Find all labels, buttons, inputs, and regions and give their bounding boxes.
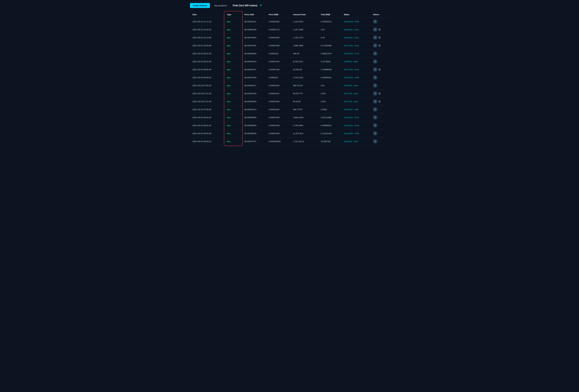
cell-date: 2021-06-25 10:05:08 (190, 42, 224, 50)
cell-maker[interactable]: 0x8f9f60...6d6e (342, 58, 371, 65)
cell-total-bnb: 16.935728 (318, 137, 342, 145)
cell-maker[interactable]: 0xab7d4e...a5ab (342, 122, 371, 130)
cell-total-bnb: 0.11295988 (318, 42, 342, 50)
chart-icon[interactable] (373, 59, 377, 64)
cell-amount-floki: 7,068.4898 (290, 42, 318, 50)
cell-total-bnb: 0.001 (318, 98, 342, 106)
cell-date: 2021-06-25 07:01:08 (190, 98, 224, 106)
others-badge: 2 (378, 36, 381, 39)
cell-total-bnb: 0.00612079 (318, 50, 342, 58)
cell-maker[interactable]: 0xec7562...8e1b (342, 65, 371, 73)
cell-price-bnb: 0.00001039 (266, 114, 290, 122)
cell-others[interactable]: 2 (371, 34, 389, 41)
cell-others[interactable] (371, 58, 389, 65)
col-price-bnb[interactable]: Price BNB ↕ (266, 12, 290, 18)
cell-maker[interactable]: 0xeed053...f48d (342, 106, 371, 114)
cell-maker[interactable]: 0x0e3238...4714 (342, 50, 371, 58)
cell-type: buy (224, 137, 242, 145)
cell-price-usd: $0.00299683 (242, 122, 266, 130)
cell-date: 2021-06-25 06:01:41 (190, 122, 224, 130)
cell-maker[interactable]: 0x8cbdcb...e25d (342, 26, 371, 34)
col-total-bnb[interactable]: Total BNB ↕ (318, 12, 342, 18)
cell-others[interactable] (371, 137, 389, 145)
chart-icon[interactable] (373, 131, 377, 135)
table-row: 2021-06-25 10:16:32buy$0.004841890.00001… (190, 26, 389, 34)
chart-icon[interactable] (373, 67, 377, 71)
cell-type: buy (224, 18, 242, 26)
cell-maker[interactable]: 0x910e33...35c9 (342, 114, 371, 122)
cell-price-usd: $0.00296348 (242, 130, 266, 137)
cell-amount-floki: 8,794.2527 (290, 58, 318, 65)
cell-type: buy (224, 58, 242, 65)
cell-others[interactable] (371, 114, 389, 121)
chart-icon[interactable] (373, 75, 377, 80)
cell-amount-floki: 95.6139 (290, 98, 318, 106)
cell-price-usd: $0.00300038 (242, 114, 266, 122)
cell-maker[interactable]: 0x8fab90...fb76 (342, 137, 371, 145)
cell-amount-floki: 1,753,101.8 (290, 137, 318, 145)
cell-type: buy (224, 130, 242, 137)
cell-date: 2021-06-25 07:00:50 (190, 106, 224, 114)
cell-price-usd: $0.00524521 (242, 18, 266, 26)
cell-amount-floki: 20,000.00 (290, 65, 318, 73)
chart-icon[interactable] (373, 43, 377, 48)
cell-others[interactable] (371, 50, 389, 58)
cell-price-usd: $0.00307493 (242, 73, 266, 81)
cell-type: buy (224, 73, 242, 81)
cell-type: buy (224, 114, 242, 122)
cell-amount-floki: 400.00 (290, 50, 318, 58)
col-date[interactable]: Date ↓ (190, 12, 224, 18)
cell-maker[interactable]: 0x50e532...de66 (342, 73, 371, 81)
chart-icon[interactable] (373, 115, 377, 120)
chart-icon[interactable] (373, 51, 377, 56)
cell-maker[interactable]: 0xec7562...8e1b (342, 42, 371, 50)
cell-amount-floki: 1,167.4046 (290, 26, 318, 34)
cell-maker[interactable]: 0x064338...9d5e (342, 18, 371, 26)
chart-icon[interactable] (373, 27, 377, 32)
cell-maker[interactable]: 0x8cbdcb...e25d (342, 34, 371, 42)
cell-price-usd: $0.00303509 (242, 98, 266, 106)
cell-maker[interactable]: 0x5c063f...aedc (342, 81, 371, 89)
cell-type: buy (224, 106, 242, 114)
chart-icon[interactable] (373, 107, 377, 112)
cell-type: buy (224, 26, 242, 34)
chart-icon[interactable] (373, 35, 377, 40)
cell-others[interactable] (371, 81, 389, 89)
col-price-usd[interactable]: Price USD ↕ (242, 12, 266, 18)
cell-others[interactable]: 2 (371, 26, 389, 33)
col-amount-floki[interactable]: Amount Floki ↕ (290, 12, 318, 18)
cell-maker[interactable]: 0xfc7259...efa3 (342, 89, 371, 98)
cell-others[interactable] (371, 130, 389, 137)
chart-icon[interactable] (373, 91, 377, 96)
cell-others[interactable]: 2 (371, 65, 389, 73)
cell-total-bnb: 0.0062 (318, 106, 342, 114)
cell-others[interactable] (371, 18, 389, 25)
cell-others[interactable] (371, 73, 389, 81)
cell-others[interactable] (371, 106, 389, 113)
cell-date: 2021-06-25 09:51:30 (190, 50, 224, 58)
others-badge: 2 (378, 92, 381, 95)
cell-others[interactable] (371, 122, 389, 129)
chart-icon[interactable] (373, 19, 377, 24)
chart-icon[interactable] (373, 123, 377, 128)
header: Trade History My positions Floki (last 5… (190, 3, 389, 8)
cell-type: buy (224, 81, 242, 89)
filter-icon[interactable]: ▼ (260, 4, 262, 7)
trade-history-tab[interactable]: Trade History (190, 3, 210, 8)
my-positions-tab[interactable]: My positions (212, 3, 230, 8)
chart-icon[interactable] (373, 83, 377, 88)
cell-maker[interactable]: 0xfc7259...efa3 (342, 98, 371, 106)
cell-date: 2021-06-25 10:16:32 (190, 26, 224, 34)
chart-icon[interactable] (373, 139, 377, 143)
cell-others[interactable]: 2 (371, 98, 389, 105)
cell-others[interactable]: 2 (371, 42, 389, 49)
sort-arrow-amount-floki: ↕ (306, 14, 307, 15)
cell-price-bnb: 0.00001598 (266, 42, 290, 50)
cell-type: buy (224, 42, 242, 50)
chart-icon[interactable] (373, 99, 377, 104)
cell-total-bnb: 0.001 (318, 89, 342, 98)
cell-price-bnb: 0.0000107 (266, 73, 290, 81)
cell-maker[interactable]: 0xae1d95...e050 (342, 130, 371, 137)
cell-others[interactable]: 2 (371, 89, 389, 97)
cell-type: buy (224, 50, 242, 58)
